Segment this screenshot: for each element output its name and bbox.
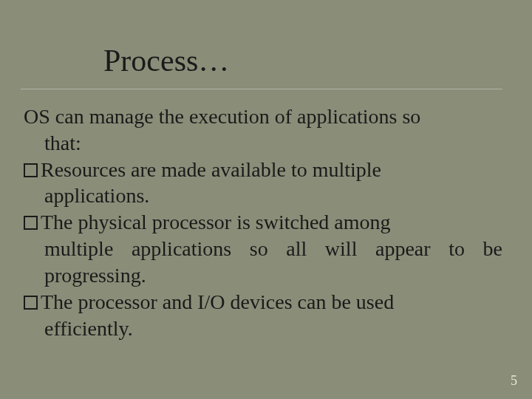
bullet-text-rest: multiple applications so all will appear… (24, 236, 502, 289)
checkbox-icon (24, 216, 38, 230)
checkbox-icon (24, 163, 38, 177)
bullet-item: The physical processor is switched among (24, 209, 502, 236)
bullet-item: The processor and I/O devices can be use… (24, 289, 502, 316)
title-underline (21, 89, 502, 89)
slide: Process… OS can manage the execution of … (0, 0, 532, 399)
bullet-text-rest: applications. (24, 183, 502, 209)
intro-line-1: OS can manage the execution of applicati… (24, 103, 502, 130)
slide-body: OS can manage the execution of applicati… (24, 103, 502, 341)
slide-title: Process… (103, 43, 229, 78)
checkbox-icon (24, 296, 38, 310)
bullet-text-rest: efficiently. (24, 316, 502, 342)
bullet-text-first: The processor and I/O devices can be use… (41, 290, 394, 313)
page-number: 5 (511, 373, 517, 389)
bullet-item: Resources are made available to multiple (24, 157, 502, 183)
intro-line-2: that: (24, 130, 502, 157)
bullet-text-first: Resources are made available to multiple (41, 158, 381, 181)
bullet-text-first: The physical processor is switched among (41, 211, 391, 233)
